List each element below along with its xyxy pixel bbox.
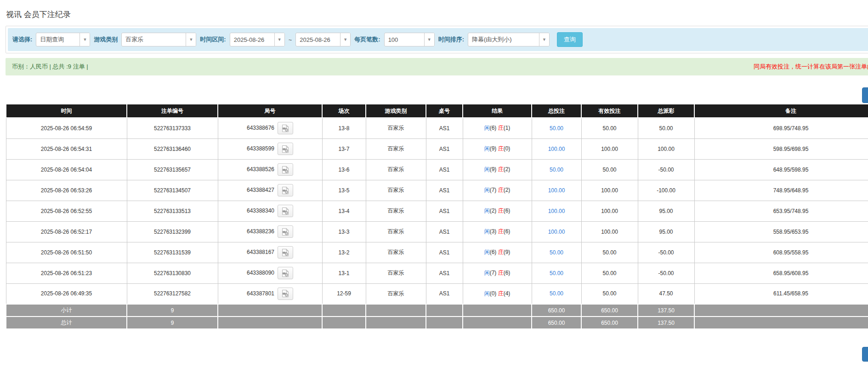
player-points: (3) xyxy=(490,228,497,235)
total-bet-link[interactable]: 100.00 xyxy=(548,146,565,152)
round-id-value: 643388599 xyxy=(247,145,274,152)
sort-select[interactable]: 降幕(由大到小) ▼ xyxy=(468,33,550,46)
video-replay-button[interactable] xyxy=(278,143,293,155)
total-bet-link[interactable]: 100.00 xyxy=(548,229,565,235)
banker-points: (4) xyxy=(504,290,511,297)
total-bet-link[interactable]: 100.00 xyxy=(548,187,565,194)
cell-session: 13-1 xyxy=(322,263,366,283)
cell-table-no: AS1 xyxy=(426,221,463,242)
video-record-icon xyxy=(281,187,289,194)
cell-bet-id: 522763137333 xyxy=(127,118,218,138)
round-id-value: 643388236 xyxy=(247,228,274,235)
cell-result: 闲(2) 庄(6) xyxy=(463,201,532,221)
cell-round-id: 643388236 xyxy=(218,221,322,242)
total-bet-link[interactable]: 50.00 xyxy=(550,167,563,173)
subtotal-row-cell-10 xyxy=(694,304,868,317)
chevron-down-icon[interactable]: ▼ xyxy=(79,33,90,46)
chevron-down-icon[interactable]: ▼ xyxy=(424,33,434,46)
total-bet-link[interactable]: 50.00 xyxy=(550,270,563,276)
cell-remark: 608.95/558.95 xyxy=(694,242,868,263)
total-bet-link[interactable]: 50.00 xyxy=(550,125,563,132)
cell-session: 12-59 xyxy=(322,283,366,304)
player-result: 闲 xyxy=(484,125,490,131)
banker-result: 庄 xyxy=(496,249,503,255)
clipped-button-top[interactable] xyxy=(862,87,868,103)
round-id-value: 643388167 xyxy=(247,249,274,255)
banker-result: 庄 xyxy=(496,207,503,214)
player-points: (7) xyxy=(490,187,497,193)
cell-bet-id: 522763133513 xyxy=(127,201,218,221)
range-separator: ~ xyxy=(289,36,292,43)
column-header-7: 总投注 xyxy=(532,104,581,118)
cell-remark: 648.95/598.95 xyxy=(694,159,868,180)
table-row: 2025-08-26 06:51:23522763130830643388090… xyxy=(6,263,868,283)
currency-total-text: 币别：人民币 | 总共 :9 注单 | xyxy=(12,63,88,71)
cell-payout: -50.00 xyxy=(638,263,694,283)
cell-result: 闲(7) 庄(2) xyxy=(463,180,532,201)
video-replay-button[interactable] xyxy=(278,184,293,196)
game-type-select[interactable]: 百家乐 ▼ xyxy=(121,33,196,46)
table-row: 2025-08-26 06:49:35522763127582643387801… xyxy=(6,283,868,304)
chevron-down-icon[interactable]: ▼ xyxy=(539,33,549,46)
total-row-cell-9: 137.50 xyxy=(638,317,694,329)
cell-payout: 100.00 xyxy=(638,138,694,159)
column-header-2: 局号 xyxy=(218,104,322,118)
player-result: 闲 xyxy=(484,290,490,297)
video-replay-button[interactable] xyxy=(278,163,293,176)
cell-payout: -50.00 xyxy=(638,159,694,180)
query-type-select[interactable]: 日期查询 ▼ xyxy=(36,33,90,46)
video-replay-button[interactable] xyxy=(278,205,293,217)
video-record-icon xyxy=(281,228,289,236)
player-result: 闲 xyxy=(484,145,490,152)
total-bet-link[interactable]: 100.00 xyxy=(548,208,565,214)
banker-points: (9) xyxy=(504,249,511,255)
video-replay-button[interactable] xyxy=(278,288,293,300)
cell-game-type: 百家乐 xyxy=(366,221,426,242)
cell-round-id: 643388676 xyxy=(218,118,322,138)
banker-result: 庄 xyxy=(496,270,503,276)
cell-table-no: AS1 xyxy=(426,138,463,159)
video-replay-button[interactable] xyxy=(278,225,293,238)
subtotal-row: 小计9650.00650.00137.50 xyxy=(6,304,868,317)
cell-valid-bet: 50.00 xyxy=(581,118,638,138)
player-result: 闲 xyxy=(484,228,490,235)
column-header-0: 时间 xyxy=(6,104,127,118)
cell-bet-id: 522763130830 xyxy=(127,263,218,283)
total-bet-link[interactable]: 50.00 xyxy=(550,249,563,256)
subtotal-row-cell-0: 小计 xyxy=(6,304,127,317)
search-button[interactable]: 查询 xyxy=(557,32,583,47)
cell-time: 2025-08-26 06:51:23 xyxy=(6,263,127,283)
cell-payout: -100.00 xyxy=(638,180,694,201)
round-id-value: 643388427 xyxy=(247,187,274,193)
video-replay-button[interactable] xyxy=(278,267,293,279)
chevron-down-icon[interactable]: ▼ xyxy=(274,33,284,46)
cell-game-type: 百家乐 xyxy=(366,242,426,263)
date-to-select[interactable]: 2025-08-26 ▼ xyxy=(295,33,351,46)
cell-round-id: 643388599 xyxy=(218,138,322,159)
video-replay-button[interactable] xyxy=(278,246,293,259)
cell-result: 闲(6) 庄(9) xyxy=(463,242,532,263)
column-header-3: 场次 xyxy=(322,104,366,118)
cell-payout: 47.50 xyxy=(638,283,694,304)
cell-round-id: 643388090 xyxy=(218,263,322,283)
clipped-button-bottom[interactable] xyxy=(862,347,868,362)
total-bet-link[interactable]: 50.00 xyxy=(550,290,563,297)
total-row-cell-0: 总计 xyxy=(6,317,127,329)
subtotal-row-cell-2 xyxy=(218,304,322,317)
video-replay-button[interactable] xyxy=(278,122,293,134)
date-from-select[interactable]: 2025-08-26 ▼ xyxy=(230,33,285,46)
subtotal-row-cell-4 xyxy=(366,304,426,317)
cell-session: 13-4 xyxy=(322,201,366,221)
cell-remark: 598.95/698.95 xyxy=(694,138,868,159)
round-id-value: 643388526 xyxy=(247,166,274,173)
cell-total-bet: 100.00 xyxy=(532,138,581,159)
column-header-10: 备注 xyxy=(694,104,868,118)
page-size-select[interactable]: 100 ▼ xyxy=(384,33,435,46)
cell-valid-bet: 100.00 xyxy=(581,201,638,221)
cell-bet-id: 522763132399 xyxy=(127,221,218,242)
chevron-down-icon[interactable]: ▼ xyxy=(186,33,196,46)
cell-result: 闲(6) 庄(1) xyxy=(463,118,532,138)
cell-time: 2025-08-26 06:54:04 xyxy=(6,159,127,180)
cell-valid-bet: 50.00 xyxy=(581,283,638,304)
chevron-down-icon[interactable]: ▼ xyxy=(340,33,350,46)
